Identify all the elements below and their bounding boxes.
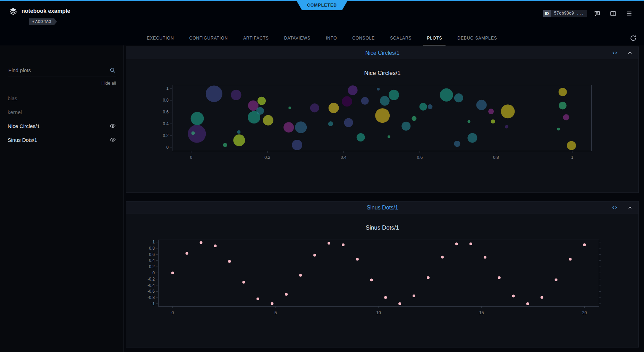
- svg-text:1: 1: [152, 240, 155, 244]
- plot-card-nice-circles-1: Nice Circles/1Nice Circles/100.20.40.60.…: [126, 46, 639, 193]
- svg-text:-0.6: -0.6: [147, 289, 155, 294]
- code-icon[interactable]: [611, 50, 618, 56]
- plots-sidebar: Hide all biaskernelNice Circles/1Sinus D…: [0, 45, 124, 352]
- chart-title: Sinus Dots/1: [126, 224, 638, 231]
- svg-text:0.2: 0.2: [163, 133, 169, 138]
- plot-card-header-title: Nice Circles/1: [126, 50, 638, 56]
- svg-text:0.8: 0.8: [493, 155, 499, 160]
- tab-label: SCALARS: [390, 36, 412, 41]
- svg-text:1: 1: [571, 155, 574, 160]
- plot-card-header-icons: [611, 204, 638, 211]
- plot-list-item-nice-circles-1[interactable]: Nice Circles/1: [8, 119, 116, 133]
- svg-text:0.4: 0.4: [163, 121, 169, 126]
- eye-icon[interactable]: [110, 137, 116, 143]
- svg-text:-0.2: -0.2: [147, 277, 155, 282]
- tab-label: CONSOLE: [352, 36, 375, 41]
- svg-text:0.8: 0.8: [149, 246, 155, 251]
- search-icon[interactable]: [109, 67, 116, 74]
- plot-cards: Nice Circles/1Nice Circles/100.20.40.60.…: [126, 46, 639, 347]
- plot-card-header-icons: [611, 50, 638, 56]
- tab-label: CONFIGURATION: [189, 36, 228, 41]
- svg-text:-1: -1: [151, 301, 155, 306]
- top-accent-strip: [0, 0, 644, 1]
- svg-text:0.2: 0.2: [149, 264, 155, 269]
- tab-plots[interactable]: PLOTS: [419, 31, 450, 45]
- tab-label: DEBUG SAMPLES: [457, 36, 497, 41]
- id-badge: ID 57cb98c9 ...: [543, 10, 587, 17]
- tab-dataviews[interactable]: DATAVIEWS: [277, 31, 318, 45]
- tab-debug-samples[interactable]: DEBUG SAMPLES: [450, 31, 505, 45]
- svg-text:0.4: 0.4: [149, 258, 155, 263]
- experiment-type-icon: [9, 7, 17, 15]
- experiment-title: notebook example: [22, 8, 70, 14]
- add-tag-button[interactable]: + ADD TAG: [29, 18, 57, 25]
- plot-list-item-bias[interactable]: bias: [8, 91, 116, 105]
- tab-info[interactable]: INFO: [318, 31, 345, 45]
- tab-execution[interactable]: EXECUTION: [139, 31, 181, 45]
- tab-label: PLOTS: [427, 36, 442, 41]
- id-badge-value[interactable]: 57cb98c9 ...: [551, 10, 587, 17]
- svg-text:5: 5: [274, 310, 277, 315]
- scatter-chart[interactable]: 05101520-1-0.8-0.6-0.4-0.200.20.40.60.81: [126, 237, 638, 324]
- tab-label: DATAVIEWS: [284, 36, 311, 41]
- svg-text:0.6: 0.6: [163, 110, 169, 114]
- search-input[interactable]: [8, 67, 109, 74]
- svg-text:0.2: 0.2: [264, 155, 270, 160]
- plot-card-body: Sinus Dots/105101520-1-0.8-0.6-0.4-0.200…: [126, 214, 638, 347]
- plot-list-item-sinus-dots-1[interactable]: Sinus Dots/1: [8, 133, 116, 147]
- tab-bar-tabs: EXECUTIONCONFIGURATIONARTIFACTSDATAVIEWS…: [139, 31, 505, 45]
- tab-bar: EXECUTIONCONFIGURATIONARTIFACTSDATAVIEWS…: [0, 31, 644, 45]
- chevron-up-icon[interactable]: [627, 205, 633, 211]
- svg-text:20: 20: [582, 310, 587, 315]
- plot-card-body: Nice Circles/100.20.40.60.8100.20.40.60.…: [126, 59, 638, 192]
- eye-icon[interactable]: [110, 123, 116, 129]
- svg-text:0: 0: [166, 145, 169, 150]
- svg-text:0: 0: [190, 155, 193, 160]
- plots-main-area: Nice Circles/1Nice Circles/100.20.40.60.…: [124, 45, 644, 352]
- chart-title: Nice Circles/1: [126, 70, 638, 77]
- code-icon[interactable]: [611, 204, 618, 211]
- tab-label: ARTIFACTS: [243, 36, 269, 41]
- plot-list-item-kernel[interactable]: kernel: [8, 105, 116, 119]
- status-ribbon: COMPLETED: [297, 1, 347, 10]
- chevron-up-icon[interactable]: [627, 50, 633, 56]
- svg-text:0: 0: [152, 271, 155, 275]
- plot-card-header: Sinus Dots/1: [126, 201, 638, 214]
- hide-all-button[interactable]: Hide all: [8, 81, 116, 86]
- tab-scalars[interactable]: SCALARS: [382, 31, 419, 45]
- plot-card-sinus-dots-1: Sinus Dots/1Sinus Dots/105101520-1-0.8-0…: [126, 201, 639, 347]
- plot-item-label: bias: [8, 95, 17, 101]
- tab-configuration[interactable]: CONFIGURATION: [181, 31, 235, 45]
- plot-list: biaskernelNice Circles/1Sinus Dots/1: [8, 91, 116, 147]
- svg-text:0.6: 0.6: [417, 155, 423, 160]
- bubble-chart[interactable]: 00.20.40.60.8100.20.40.60.81: [126, 82, 638, 169]
- svg-text:15: 15: [479, 310, 484, 315]
- tab-label: EXECUTION: [147, 36, 174, 41]
- svg-text:0.4: 0.4: [341, 155, 347, 160]
- comment-icon[interactable]: [591, 8, 603, 19]
- find-plots-search: [8, 67, 116, 77]
- svg-text:0: 0: [171, 310, 174, 315]
- svg-text:-0.8: -0.8: [147, 295, 155, 300]
- plot-item-label: kernel: [8, 109, 22, 115]
- tab-label: INFO: [326, 36, 337, 41]
- svg-text:1: 1: [166, 86, 169, 91]
- tab-artifacts[interactable]: ARTIFACTS: [236, 31, 277, 45]
- plot-card-header-title: Sinus Dots/1: [126, 205, 638, 211]
- panels-icon[interactable]: [607, 8, 619, 19]
- svg-text:0.6: 0.6: [149, 252, 155, 257]
- plot-card-header: Nice Circles/1: [126, 47, 638, 59]
- id-badge-label: ID: [543, 10, 551, 17]
- svg-text:-0.4: -0.4: [147, 283, 155, 288]
- svg-text:0.8: 0.8: [163, 98, 169, 103]
- refresh-icon[interactable]: [629, 34, 637, 42]
- plot-item-label: Sinus Dots/1: [8, 137, 37, 143]
- plot-item-label: Nice Circles/1: [8, 123, 40, 129]
- tab-console[interactable]: CONSOLE: [345, 31, 382, 45]
- svg-text:10: 10: [376, 310, 381, 315]
- menu-icon[interactable]: [623, 8, 635, 19]
